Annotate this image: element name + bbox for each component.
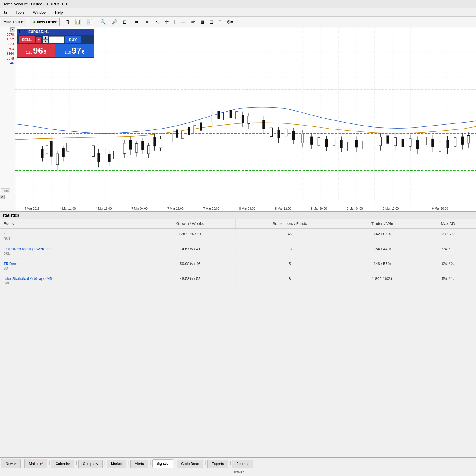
tab-label-1: Mailbox xyxy=(29,462,41,466)
menu-window[interactable]: Window xyxy=(31,10,48,15)
chart-scroll-button[interactable]: ⊞ xyxy=(121,18,129,26)
svg-rect-57 xyxy=(218,111,220,119)
price-level-2: 1032 xyxy=(0,37,15,42)
svg-rect-121 xyxy=(467,135,470,143)
tab-company[interactable]: Company xyxy=(78,460,102,468)
more-button[interactable]: ⚙▾ xyxy=(225,18,235,26)
line-chart-button[interactable]: 📈 xyxy=(84,18,94,26)
tab-alerts[interactable]: Alerts xyxy=(130,460,148,468)
price-level-4: .603 xyxy=(0,46,15,51)
svg-rect-31 xyxy=(129,140,132,149)
sell-price-display[interactable]: 1.10 96 9 xyxy=(17,44,55,57)
fibo-button[interactable]: ⊡ xyxy=(207,18,215,26)
svg-rect-107 xyxy=(416,140,419,149)
stats-tbody: t RUB 178.99% / 21 45 142 / 87% 23% / 2 … xyxy=(0,228,476,288)
svg-rect-93 xyxy=(355,140,358,147)
panel-close2-button[interactable]: ✕ xyxy=(0,195,5,199)
cell-subscribers-3: 8 xyxy=(235,273,344,288)
sell-price-sup: 9 xyxy=(43,49,46,55)
svg-rect-89 xyxy=(340,140,343,148)
new-order-button[interactable]: ● New Order xyxy=(30,18,60,26)
tab-mailbox[interactable]: Mailbox3 xyxy=(24,459,47,468)
tab-calendar[interactable]: Calendar xyxy=(51,460,75,468)
menu-ts[interactable]: ts xyxy=(2,10,9,15)
tab-market[interactable]: Market xyxy=(107,460,126,468)
lot-up-button[interactable]: ▲ xyxy=(43,36,48,40)
chart-crosshair-button[interactable]: ⇅ xyxy=(64,18,72,26)
svg-text:9 Mar 12:00: 9 Mar 12:00 xyxy=(383,207,399,210)
statistics-title: statistics xyxy=(2,213,19,217)
forward-button[interactable]: ➡ xyxy=(133,18,141,26)
buy-price-main: 97 xyxy=(71,46,81,55)
panel-close-button[interactable]: ✕ xyxy=(10,27,15,32)
signal-link-1[interactable]: Optimized Moving Averages xyxy=(4,247,52,251)
col-maxdd: Max DD xyxy=(420,219,476,228)
tab-code-base[interactable]: Code Base xyxy=(177,460,203,468)
status-bar: Default xyxy=(0,468,476,476)
zoom-out-button[interactable]: 🔎 xyxy=(109,18,120,26)
lot-size-input[interactable]: 1.00 xyxy=(49,36,64,43)
svg-rect-91 xyxy=(348,142,350,151)
signal-link-2[interactable]: T5 Demo xyxy=(4,262,19,266)
svg-rect-65 xyxy=(242,115,244,123)
chart-type-button[interactable]: 📊 xyxy=(73,18,83,26)
chart-main[interactable]: 🏳 🏳 EURUSD,H1 SELL ▼ ▲ ▼ 1.00 BUY xyxy=(15,27,476,211)
price-level-6: 3678 xyxy=(0,56,15,61)
tab-label-0: News xyxy=(6,462,15,466)
chart-container: ✕ 0976 1032 8833 .603 8364 3678 346 Tick… xyxy=(0,27,476,212)
cell-maxdd-2: 9% / 2. xyxy=(420,259,476,273)
stats-table-container[interactable]: Equity Growth / Weeks Subscribers / Fund… xyxy=(0,219,476,457)
buy-price-display[interactable]: 1.10 97 6 xyxy=(55,44,94,57)
signal-link-3[interactable]: ader Statistical Arbitrage M5 xyxy=(4,276,52,281)
svg-rect-45 xyxy=(176,130,178,138)
toolbar-separator-1 xyxy=(28,18,28,26)
zoom-in-button[interactable]: 🔍 xyxy=(98,18,108,26)
menu-tools[interactable]: Tools xyxy=(14,10,26,15)
flag-icon-1: 🏳 xyxy=(19,30,22,34)
svg-text:4 Mar 19:00: 4 Mar 19:00 xyxy=(96,207,112,210)
cell-trades-0: 142 / 87% xyxy=(344,228,420,244)
svg-rect-43 xyxy=(170,133,172,142)
scroll-end-button[interactable]: ⇥ xyxy=(142,18,150,26)
tab-label-3: Company xyxy=(83,462,98,466)
svg-rect-109 xyxy=(424,137,426,145)
tab-separator-0: | xyxy=(21,459,24,466)
toolbar-separator-3 xyxy=(96,18,96,26)
gann-button[interactable]: ⊠ xyxy=(198,18,206,26)
svg-rect-39 xyxy=(153,137,156,146)
toolbar: AutoTrading ● New Order ⇅ 📊 📈 🔍 🔎 ⊞ ➡ ⇥ … xyxy=(0,17,476,27)
tab-label-9: Journal xyxy=(237,462,248,466)
svg-rect-13 xyxy=(56,154,59,165)
draw-button[interactable]: ✏ xyxy=(189,18,197,26)
svg-text:4 Mar 11:00: 4 Mar 11:00 xyxy=(60,207,76,210)
horizontal-line-button[interactable]: — xyxy=(179,18,188,26)
svg-rect-71 xyxy=(270,128,272,136)
cell-growth-2: 59.98% / 46 xyxy=(145,259,235,273)
text-button[interactable]: T xyxy=(217,18,224,26)
menu-help[interactable]: Help xyxy=(53,10,65,15)
tab-journal[interactable]: Journal xyxy=(232,460,253,468)
tab-signals[interactable]: Signals xyxy=(152,459,173,468)
tab-experts[interactable]: Experts xyxy=(207,460,228,468)
col-subscribers: Subscribers / Funds xyxy=(235,219,344,228)
trading-widget: 🏳 🏳 EURUSD,H1 SELL ▼ ▲ ▼ 1.00 BUY xyxy=(17,29,94,58)
cell-subscribers-1: 10 xyxy=(235,244,344,259)
signal-link-0[interactable]: t xyxy=(4,232,5,236)
svg-rect-101 xyxy=(394,138,397,146)
buy-button[interactable]: BUY xyxy=(65,36,80,43)
svg-rect-75 xyxy=(285,129,287,136)
line-button[interactable]: | xyxy=(172,18,177,26)
autotrading-button[interactable]: AutoTrading xyxy=(1,18,26,26)
tab-separator-6: | xyxy=(173,459,177,466)
widget-symbol: EURUSD,H1 xyxy=(28,30,49,34)
svg-text:8 Mar 20:00: 8 Mar 20:00 xyxy=(311,207,327,210)
cursor-button[interactable]: ↖ xyxy=(154,18,162,26)
sell-dropdown-button[interactable]: ▼ xyxy=(36,37,41,43)
svg-rect-41 xyxy=(159,139,162,148)
svg-rect-59 xyxy=(224,112,226,120)
crosshair-button[interactable]: ✛ xyxy=(163,18,171,26)
col-equity: Equity xyxy=(0,219,145,228)
tab-news[interactable]: News1 xyxy=(1,459,21,468)
lot-down-button[interactable]: ▼ xyxy=(43,40,48,43)
sell-button[interactable]: SELL xyxy=(19,36,35,43)
